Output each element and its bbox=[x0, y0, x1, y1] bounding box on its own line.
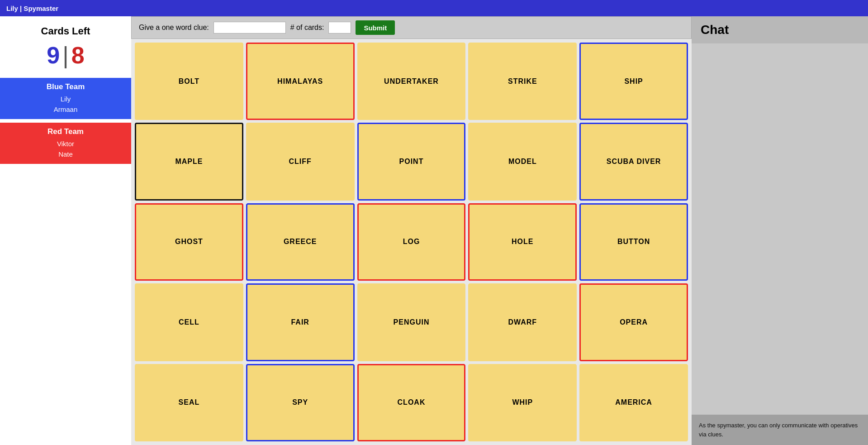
num-input[interactable] bbox=[328, 22, 351, 33]
card-america[interactable]: AMERICA bbox=[579, 364, 688, 441]
score-blue: 9 bbox=[47, 42, 60, 69]
card-hole[interactable]: HOLE bbox=[468, 203, 577, 281]
clue-input[interactable] bbox=[213, 22, 286, 33]
chat-panel: Chat As the spymaster, you can only comm… bbox=[692, 16, 868, 445]
card-maple[interactable]: MAPLE bbox=[135, 123, 243, 200]
submit-button[interactable]: Submit bbox=[356, 20, 395, 35]
num-label: # of cards: bbox=[290, 24, 324, 32]
card-log[interactable]: LOG bbox=[357, 203, 466, 281]
card-cell[interactable]: CELL bbox=[135, 283, 243, 361]
card-button[interactable]: BUTTON bbox=[579, 203, 688, 281]
red-team-box: Red Team Viktor Nate bbox=[0, 123, 131, 164]
card-spy[interactable]: SPY bbox=[246, 364, 355, 441]
card-himalayas[interactable]: HIMALAYAS bbox=[246, 43, 355, 120]
card-fair[interactable]: FAIR bbox=[246, 283, 355, 361]
clue-bar: Give a one word clue: # of cards: Submit bbox=[131, 16, 692, 39]
blue-team-box: Blue Team Lily Armaan bbox=[0, 78, 131, 119]
card-ship[interactable]: SHIP bbox=[579, 43, 688, 120]
blue-team-members: Lily Armaan bbox=[7, 94, 124, 115]
chat-notice: As the spymaster, you can only communica… bbox=[692, 415, 868, 445]
chat-body bbox=[692, 43, 868, 415]
score-row: 9 | 8 bbox=[14, 42, 118, 69]
clue-label: Give a one word clue: bbox=[139, 24, 209, 32]
chat-title: Chat bbox=[692, 16, 868, 43]
card-point[interactable]: POINT bbox=[357, 123, 466, 200]
score-divider: | bbox=[62, 42, 69, 69]
sidebar: Cards Left 9 | 8 Blue Team Lily Armaan R… bbox=[0, 16, 131, 445]
cards-left-section: Cards Left 9 | 8 bbox=[0, 16, 131, 78]
card-seal[interactable]: SEAL bbox=[135, 364, 243, 441]
blue-team-title: Blue Team bbox=[7, 82, 124, 91]
card-greece[interactable]: GREECE bbox=[246, 203, 355, 281]
card-penguin[interactable]: PENGUIN bbox=[357, 283, 466, 361]
card-cloak[interactable]: CLOAK bbox=[357, 364, 466, 441]
card-cliff[interactable]: CLIFF bbox=[246, 123, 355, 200]
score-red: 8 bbox=[71, 42, 85, 69]
card-opera[interactable]: OPERA bbox=[579, 283, 688, 361]
red-team-title: Red Team bbox=[7, 127, 124, 136]
card-whip[interactable]: WHIP bbox=[468, 364, 577, 441]
card-grid: BOLTHIMALAYASUNDERTAKERSTRIKESHIPMAPLECL… bbox=[131, 39, 692, 445]
main-layout: Cards Left 9 | 8 Blue Team Lily Armaan R… bbox=[0, 16, 868, 445]
game-area: Give a one word clue: # of cards: Submit… bbox=[131, 16, 692, 445]
card-undertaker[interactable]: UNDERTAKER bbox=[357, 43, 466, 120]
card-strike[interactable]: STRIKE bbox=[468, 43, 577, 120]
card-model[interactable]: MODEL bbox=[468, 123, 577, 200]
card-scuba-diver[interactable]: SCUBA DIVER bbox=[579, 123, 688, 200]
top-bar-title: Lily | Spymaster bbox=[6, 5, 58, 12]
red-team-members: Viktor Nate bbox=[7, 139, 124, 159]
cards-left-title: Cards Left bbox=[14, 25, 118, 37]
card-bolt[interactable]: BOLT bbox=[135, 43, 243, 120]
card-dwarf[interactable]: DWARF bbox=[468, 283, 577, 361]
card-ghost[interactable]: GHOST bbox=[135, 203, 243, 281]
top-bar: Lily | Spymaster bbox=[0, 0, 868, 16]
